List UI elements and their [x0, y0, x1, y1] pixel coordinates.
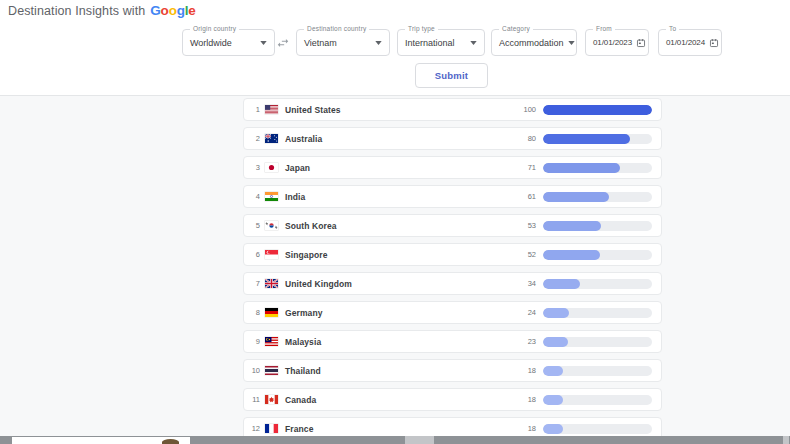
bar-fill [543, 395, 563, 405]
row-country-name: Singapore [285, 250, 327, 260]
trip-type-label: Trip type [405, 25, 438, 32]
horizontal-scrollbar[interactable] [0, 436, 790, 444]
country-row: 8 Germany 24 [243, 301, 662, 324]
row-value: 18 [528, 424, 536, 433]
bottom-cutoff-element [12, 437, 190, 444]
origin-country-select[interactable]: Origin country Worldwide [182, 29, 275, 56]
row-rank: 1 [247, 105, 260, 114]
country-row: 5 South Korea 53 [243, 214, 662, 237]
bar-fill [543, 250, 600, 260]
bar-fill [543, 366, 563, 376]
origin-country-value: Worldwide [190, 38, 232, 48]
row-rank: 6 [247, 250, 260, 259]
row-rank: 5 [247, 221, 260, 230]
row-value: 18 [528, 395, 536, 404]
scrollbar-end-cap [783, 436, 789, 444]
country-list: 1 United States 100 2 Australia 80 3 Jap… [243, 98, 662, 444]
row-value: 80 [528, 134, 536, 143]
country-row: 2 Australia 80 [243, 127, 662, 150]
bar-track [543, 250, 652, 260]
from-date-value: 01/01/2023 [593, 38, 632, 47]
page-title-text: Destination Insights with [8, 4, 145, 18]
row-country-name: United Kingdom [285, 279, 352, 289]
us-flag-icon [265, 105, 278, 114]
bar-track [543, 134, 652, 144]
row-rank: 10 [247, 366, 260, 375]
destination-country-select[interactable]: Destination country Vietnam [296, 29, 390, 56]
trip-type-value: International [405, 38, 455, 48]
country-row: 10 Thailand 18 [243, 359, 662, 382]
row-value: 52 [528, 250, 536, 259]
row-rank: 2 [247, 134, 260, 143]
from-date-field[interactable]: From 01/01/2023 [585, 29, 649, 56]
scrollbar-thumb[interactable] [405, 436, 434, 444]
sg-flag-icon [265, 250, 278, 259]
to-date-field[interactable]: To 01/01/2024 [658, 29, 722, 56]
calendar-icon[interactable] [709, 38, 719, 48]
destination-country-label: Destination country [304, 25, 369, 32]
to-date-label: To [666, 25, 679, 32]
bar-track [543, 395, 652, 405]
row-rank: 11 [247, 395, 260, 404]
chevron-down-icon [260, 41, 267, 45]
row-rank: 4 [247, 192, 260, 201]
row-value: 34 [528, 279, 536, 288]
row-value: 24 [528, 308, 536, 317]
trip-type-select[interactable]: Trip type International [397, 29, 485, 56]
row-country-name: Germany [285, 308, 323, 318]
category-value: Accommodation [499, 38, 564, 48]
destination-country-value: Vietnam [304, 38, 337, 48]
my-flag-icon [265, 337, 278, 346]
bar-track [543, 308, 652, 318]
country-row: 7 United Kingdom 34 [243, 272, 662, 295]
bar-track [543, 105, 652, 115]
country-row: 9 Malaysia 23 [243, 330, 662, 353]
row-country-name: India [285, 192, 305, 202]
google-logo-letter: G [150, 3, 160, 18]
row-value: 100 [523, 105, 536, 114]
row-rank: 12 [247, 424, 260, 433]
category-label: Category [499, 25, 533, 32]
cutoff-image-fragment [162, 439, 179, 444]
google-logo-letter: o [169, 3, 177, 18]
bar-track [543, 366, 652, 376]
row-country-name: Canada [285, 395, 316, 405]
row-country-name: South Korea [285, 221, 337, 231]
bar-fill [543, 163, 620, 173]
bar-track [543, 337, 652, 347]
category-select[interactable]: Category Accommodation [491, 29, 577, 56]
ca-flag-icon [265, 395, 278, 404]
swap-countries-icon[interactable] [276, 36, 291, 50]
calendar-icon[interactable] [636, 38, 646, 48]
row-value: 53 [528, 221, 536, 230]
google-logo-letter: g [177, 3, 185, 18]
bar-fill [543, 424, 563, 434]
bar-fill [543, 221, 601, 231]
fr-flag-icon [265, 424, 278, 433]
google-logo: Google [150, 3, 195, 18]
row-rank: 8 [247, 308, 260, 317]
google-logo-letter: e [188, 3, 195, 18]
gb-flag-icon [265, 279, 278, 288]
bar-track [543, 424, 652, 434]
bar-fill [543, 105, 652, 115]
th-flag-icon [265, 366, 278, 375]
row-country-name: United States [285, 105, 341, 115]
row-country-name: Australia [285, 134, 322, 144]
country-row: 6 Singapore 52 [243, 243, 662, 266]
page-title: Destination Insights with Google [8, 3, 196, 18]
submit-button[interactable]: Submit [415, 63, 488, 88]
row-country-name: Malaysia [285, 337, 321, 347]
chevron-down-icon [470, 41, 477, 45]
country-row: 11 Canada 18 [243, 388, 662, 411]
bar-fill [543, 192, 609, 202]
origin-country-label: Origin country [190, 25, 239, 32]
bar-fill [543, 308, 569, 318]
row-rank: 7 [247, 279, 260, 288]
from-date-label: From [593, 25, 615, 32]
row-value: 23 [528, 337, 536, 346]
au-flag-icon [265, 134, 278, 143]
bar-track [543, 221, 652, 231]
row-country-name: France [285, 424, 313, 434]
bar-track [543, 192, 652, 202]
